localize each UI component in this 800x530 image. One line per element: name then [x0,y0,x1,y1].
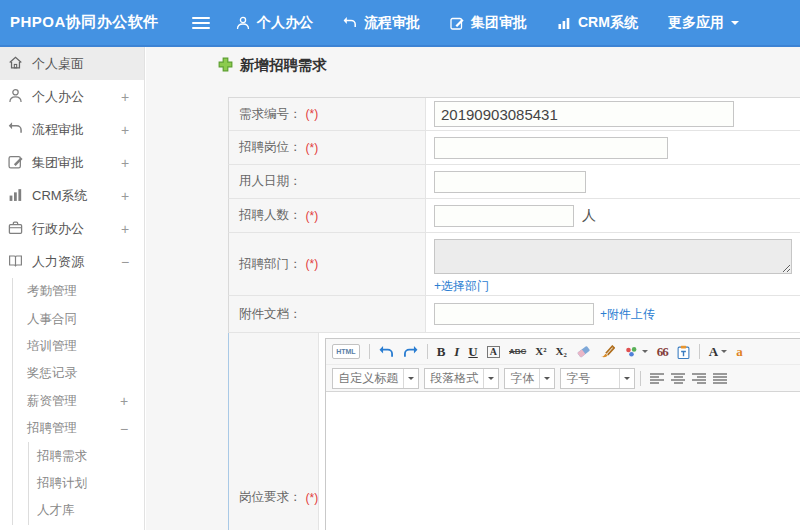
sidebar-item-salary[interactable]: 薪资管理 + [13,388,144,415]
chevron-down-icon [731,21,739,29]
department-textarea[interactable] [434,239,792,274]
paragraph-format-select[interactable]: 段落格式 [424,368,499,389]
menu-toggle-icon[interactable] [192,14,210,32]
sidebar-item-human-resources[interactable]: 人力资源 − [0,245,144,278]
redo-icon[interactable] [403,345,418,358]
sidebar-item-recruit-plan[interactable]: 招聘计划 [29,470,144,497]
sidebar-item-label: 招聘管理 [27,420,118,437]
code-input[interactable] [434,101,734,127]
sidebar-item-group-approval[interactable]: 集团审批 + [0,146,144,179]
toolbar-separator [427,344,428,359]
nav-personal-office[interactable]: 个人办公 [236,14,313,32]
expand-plus-icon[interactable]: + [119,122,131,138]
sidebar-item-workflow-approval[interactable]: 流程审批 + [0,113,144,146]
sidebar-item-admin-office[interactable]: 行政办公 + [0,212,144,245]
nav-workflow-approval[interactable]: 流程审批 [343,14,420,32]
add-plus-icon [218,57,233,75]
sidebar-item-crm-system[interactable]: CRM系统 + [0,179,144,212]
sidebar-item-talent-pool[interactable]: 人才库 [29,497,144,524]
required-mark: (*) [306,209,319,223]
font-size-select[interactable]: 字号 [560,368,635,389]
chevron-down-icon [403,369,418,388]
expand-plus-icon[interactable]: + [119,155,131,171]
sidebar-item-label: 行政办公 [32,220,119,238]
editor-content-area[interactable] [326,392,800,530]
expand-plus-icon[interactable]: + [118,393,130,409]
sidebar-item-label: 考勤管理 [27,283,130,300]
app-logo: PHPOA协同办公软件 [10,13,192,32]
align-center-icon[interactable] [671,373,685,384]
color-palette-icon[interactable] [624,346,648,358]
required-mark: (*) [306,257,319,271]
collapse-minus-icon[interactable]: − [119,254,131,270]
sidebar-item-recruit-demand[interactable]: 招聘需求 [29,442,144,469]
underline-button[interactable]: U [468,345,477,358]
format-painter-icon[interactable] [600,345,615,358]
sidebar-item-label: 培训管理 [27,338,130,355]
sidebar-item-label: 人力资源 [32,253,119,271]
requirement-label: 岗位要求：(*) [229,333,319,530]
chevron-down-icon [483,369,498,388]
count-unit: 人 [582,207,596,225]
select-department-link[interactable]: +选择部门 [434,278,489,295]
hr-submenu: 考勤管理 人事合同 培训管理 奖惩记录 薪资管理 + 招聘管理 − 招聘需求 [12,278,144,525]
sidebar-item-label: 个人桌面 [32,55,131,73]
top-navigation: 个人办公 流程审批 集团审批 CRM系统 更多应用 [236,14,739,32]
required-mark: (*) [306,491,319,505]
italic-button[interactable]: I [454,345,459,358]
undo-icon[interactable] [379,345,394,358]
sidebar-item-recruit-mgmt[interactable]: 招聘管理 − [13,415,144,442]
nav-crm-system[interactable]: CRM系统 [557,14,638,32]
highlight-color-button[interactable]: a [736,345,743,358]
eraser-icon[interactable] [576,345,591,358]
chevron-down-icon [619,369,634,388]
page-title: 新增招聘需求 [218,56,327,75]
sidebar-item-rewards[interactable]: 奖惩记录 [13,360,144,387]
chevron-down-icon [539,369,554,388]
attachment-input[interactable] [434,303,594,325]
align-left-icon[interactable] [650,373,664,384]
department-label: 招聘部门：(*) [229,233,426,295]
custom-heading-select[interactable]: 自定义标题 [332,368,419,389]
strikethrough-button[interactable]: ABC [509,348,526,356]
superscript-button[interactable]: X² [535,346,546,357]
form-row-code: 需求编号：(*) [228,98,800,131]
align-right-icon[interactable] [692,373,706,384]
sidebar-item-label: 奖惩记录 [27,365,130,382]
bold-button[interactable]: B [437,345,446,358]
sidebar-item-label: 人事合同 [27,311,130,328]
sidebar-item-hr-contract[interactable]: 人事合同 [13,305,144,332]
form-row-position: 招聘岗位：(*) [228,131,800,165]
form-row-department: 招聘部门：(*) +选择部门 [228,233,800,296]
expand-plus-icon[interactable]: + [119,89,131,105]
sidebar-item-personal-desktop[interactable]: 个人桌面 [0,47,144,80]
nav-group-approval[interactable]: 集团审批 [450,14,527,32]
sidebar-item-personal-office[interactable]: 个人办公 + [0,80,144,113]
subscript-button[interactable]: X₂ [556,346,567,357]
position-label: 招聘岗位：(*) [229,131,426,164]
form-row-date: 用人日期： [228,165,800,199]
sidebar-item-attendance[interactable]: 考勤管理 [13,278,144,305]
nav-more-apps[interactable]: 更多应用 [668,14,739,32]
required-mark: (*) [306,107,319,121]
collapse-minus-icon[interactable]: − [118,421,130,437]
blockquote-button[interactable]: 66 [657,345,668,358]
expand-plus-icon[interactable]: + [119,221,131,237]
source-code-button[interactable]: HTML [332,344,359,359]
count-input[interactable] [434,205,574,227]
expand-plus-icon[interactable]: + [119,188,131,204]
form-row-count: 招聘人数：(*) 人 [228,199,800,233]
date-input[interactable] [434,171,586,193]
sidebar-item-label: 薪资管理 [27,393,118,410]
paste-text-icon[interactable] [677,345,690,359]
autotypeset-button[interactable]: A [487,346,500,358]
font-family-select[interactable]: 字体 [504,368,555,389]
sidebar-item-label: 个人办公 [32,88,119,106]
position-input[interactable] [434,137,668,159]
app-window: PHPOA协同办公软件 个人办公 流程审批 集团审批 CRM系统 更多应用 [0,0,800,530]
sidebar-item-training[interactable]: 培训管理 [13,333,144,360]
toolbar-separator [640,371,641,386]
justify-icon[interactable] [713,373,727,384]
upload-attachment-link[interactable]: +附件上传 [600,306,655,323]
font-color-button[interactable]: A [709,345,727,358]
